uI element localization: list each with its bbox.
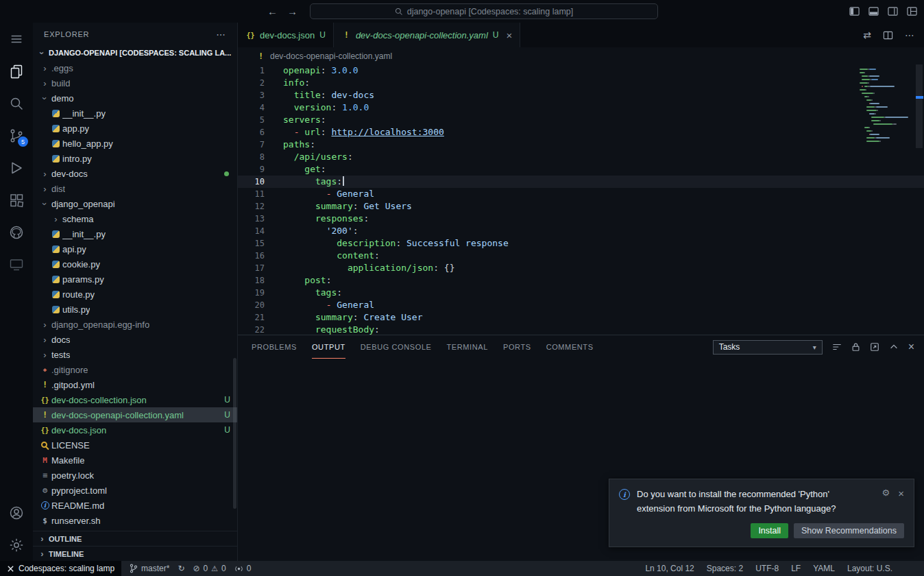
panel-tab-output[interactable]: OUTPUT: [312, 335, 345, 359]
code-line[interactable]: 10 tags:: [238, 176, 924, 188]
tree-item-hello-app-py[interactable]: hello_app.py: [33, 136, 237, 151]
open-output-in-editor-icon[interactable]: [870, 342, 879, 352]
toggle-panel-icon[interactable]: [868, 6, 879, 16]
status-item-lf[interactable]: LF: [791, 564, 801, 573]
tree-item-eggs[interactable]: ›.eggs: [33, 60, 237, 75]
code-line[interactable]: 3 title: dev-docs: [238, 89, 924, 101]
source-control-icon[interactable]: 5: [0, 119, 33, 152]
panel-tab-debug-console[interactable]: DEBUG CONSOLE: [361, 335, 432, 359]
tree-item-app-py[interactable]: app.py: [33, 121, 237, 136]
code-line[interactable]: 18 post:: [238, 274, 924, 287]
tree-item-tests[interactable]: ›tests: [33, 347, 237, 362]
code-line[interactable]: 9 get:: [238, 163, 924, 176]
back-icon[interactable]: ←: [267, 5, 278, 17]
panel-tab-comments[interactable]: COMMENTS: [546, 335, 594, 359]
code-line[interactable]: 7paths:: [238, 139, 924, 151]
code-line[interactable]: 12 summary: Get Users: [238, 200, 924, 213]
toggle-sidebar-icon[interactable]: [849, 6, 860, 16]
github-icon[interactable]: [0, 216, 33, 248]
open-changes-icon[interactable]: ⇄: [863, 29, 871, 40]
code-line[interactable]: 8 /api/users:: [238, 151, 924, 163]
remote-indicator[interactable]: Codespaces: scaling lamp: [0, 561, 121, 576]
close-tab-icon[interactable]: ×: [507, 29, 513, 41]
code-line[interactable]: 1openapi: 3.0.0: [238, 64, 924, 77]
code-line[interactable]: 14 '200':: [238, 225, 924, 237]
minimap[interactable]: [860, 69, 913, 144]
command-center-search[interactable]: django-openapi [Codespaces: scaling lamp…: [310, 3, 658, 19]
code-line[interactable]: 20 - General: [238, 299, 924, 311]
status-item-layout-u-s[interactable]: Layout: U.S.: [847, 564, 892, 573]
tree-item-dev-docs-openapi-collection-yaml[interactable]: !dev-docs-openapi-collection.yamlU: [33, 407, 237, 422]
tree-item-gitignore[interactable]: ◆.gitignore: [33, 362, 237, 377]
toggle-secondary-sidebar-icon[interactable]: [888, 6, 898, 16]
code-line[interactable]: 21 summary: Create User: [238, 311, 924, 324]
tree-item-poetry-lock[interactable]: ≡poetry.lock: [33, 468, 237, 483]
views-more-icon[interactable]: ⋯: [216, 29, 226, 40]
forward-icon[interactable]: →: [287, 5, 297, 17]
tree-item-dev-docs-collection-json[interactable]: {}dev-docs-collection.jsonU: [33, 392, 237, 407]
explorer-icon[interactable]: [0, 55, 33, 87]
outline-section[interactable]: › OUTLINE: [33, 531, 237, 546]
tree-item-api-py[interactable]: api.py: [33, 241, 237, 256]
tree-item-intro-py[interactable]: intro.py: [33, 151, 237, 166]
tree-item-readme-md[interactable]: iREADME.md: [33, 498, 237, 513]
tree-item-django-openapi[interactable]: ›django_openapi: [33, 196, 237, 211]
editor[interactable]: 1openapi: 3.0.02info:3 title: dev-docs4 …: [238, 64, 924, 335]
code-line[interactable]: 17 application/json: {}: [238, 262, 924, 274]
notification-settings-gear-icon[interactable]: ⚙: [882, 488, 890, 499]
tree-item-gitpod-yml[interactable]: !.gitpod.yml: [33, 377, 237, 392]
tree-item-params-py[interactable]: params.py: [33, 272, 237, 287]
code-line[interactable]: 22 requestBody:: [238, 324, 924, 335]
tree-item-init-py[interactable]: __init__.py: [33, 226, 237, 241]
tree-item-dev-docs-json[interactable]: {}dev-docs.jsonU: [33, 422, 237, 437]
timeline-section[interactable]: › TIMELINE: [33, 546, 237, 561]
panel-tab-terminal[interactable]: TERMINAL: [447, 335, 488, 359]
scrollbar-thumb[interactable]: [916, 64, 923, 148]
sync-indicator[interactable]: ↻: [178, 564, 184, 573]
editor-tab-dev-docs-json[interactable]: {}dev-docs.jsonU: [238, 23, 334, 47]
maximize-panel-icon[interactable]: [889, 342, 899, 352]
tree-item-pyproject-toml[interactable]: ⚙pyproject.toml: [33, 483, 237, 498]
code-line[interactable]: 2info:: [238, 77, 924, 89]
editor-tab-dev-docs-openapi-collection-yaml[interactable]: !dev-docs-openapi-collection.yamlU×: [334, 23, 520, 47]
code-line[interactable]: 11 - General: [238, 188, 924, 200]
tree-item-schema[interactable]: ›schema: [33, 211, 237, 226]
search-icon[interactable]: [0, 87, 33, 119]
root-folder[interactable]: › DJANGO-OPENAPI [CODESPACES: SCALING LA…: [33, 45, 237, 60]
tree-item-makefile[interactable]: MMakefile: [33, 453, 237, 468]
tree-item-cookie-py[interactable]: cookie.py: [33, 256, 237, 272]
show-recommendations-button[interactable]: Show Recommendations: [794, 523, 904, 538]
status-item-yaml[interactable]: YAML: [813, 564, 835, 573]
overview-ruler[interactable]: [914, 64, 924, 335]
status-item-utf-8[interactable]: UTF-8: [755, 564, 779, 573]
panel-tab-ports[interactable]: PORTS: [503, 335, 531, 359]
remote-explorer-icon[interactable]: [0, 248, 33, 280]
branch-indicator[interactable]: master*: [130, 564, 169, 573]
ports-indicator[interactable]: 0: [234, 564, 252, 573]
status-item-spaces-2[interactable]: Spaces: 2: [707, 564, 743, 573]
code-line[interactable]: 19 tags:: [238, 287, 924, 299]
tree-item-dev-docs[interactable]: ›dev-docs: [33, 166, 237, 181]
code-line[interactable]: 15 description: Successful response: [238, 237, 924, 250]
panel-tab-problems[interactable]: PROBLEMS: [252, 335, 297, 359]
tree-item-demo[interactable]: ›demo: [33, 91, 237, 106]
split-editor-icon[interactable]: [883, 30, 893, 40]
more-actions-icon[interactable]: ⋯: [905, 29, 914, 40]
tree-item-django-openapi-egg-info[interactable]: ›django_openapi.egg-info: [33, 317, 237, 332]
extensions-icon[interactable]: [0, 184, 33, 216]
code-line[interactable]: 16 content:: [238, 250, 924, 262]
customize-layout-icon[interactable]: [907, 6, 917, 16]
tree-item-license[interactable]: LICENSE: [33, 437, 237, 453]
code-line[interactable]: 5servers:: [238, 114, 924, 126]
tree-item-docs[interactable]: ›docs: [33, 332, 237, 347]
problems-indicator[interactable]: ⊘ 0 ⚠ 0: [193, 564, 226, 573]
scroll-lock-icon[interactable]: [851, 342, 860, 352]
output-channel-select[interactable]: Tasks ▾: [713, 340, 823, 355]
tree-item-utils-py[interactable]: utils.py: [33, 302, 237, 317]
tree-item-dist[interactable]: ›dist: [33, 181, 237, 196]
breadcrumb[interactable]: ! dev-docs-openapi-collection.yaml: [238, 47, 924, 64]
tree-item-runserver-sh[interactable]: $runserver.sh: [33, 513, 237, 528]
close-panel-icon[interactable]: ×: [908, 341, 914, 353]
tree-item-init-py[interactable]: __init__.py: [33, 106, 237, 121]
code-line[interactable]: 4 version: 1.0.0: [238, 101, 924, 114]
